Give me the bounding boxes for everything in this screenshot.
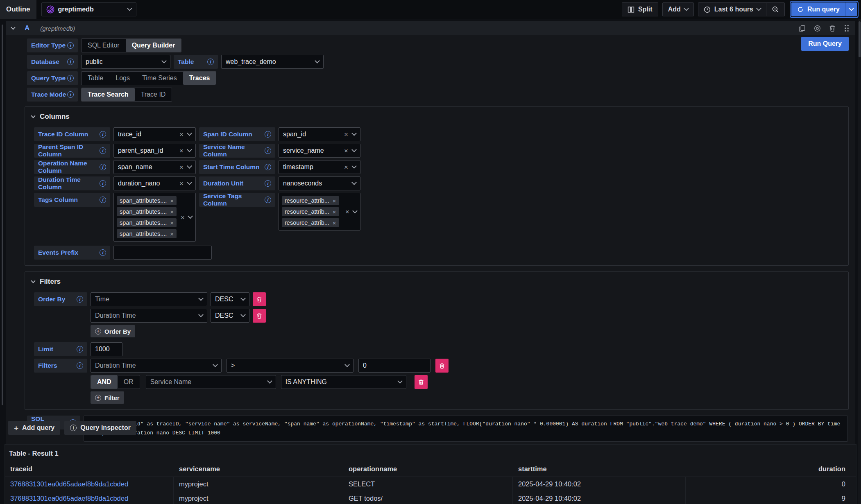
column-header-servicename[interactable]: servicename [174,465,343,473]
option-sql-editor[interactable]: SQL Editor [82,39,126,52]
duplicate-query-icon[interactable] [799,25,806,32]
limit-input[interactable] [91,342,122,356]
drag-handle-icon[interactable] [844,25,850,32]
info-icon[interactable]: i [265,147,271,154]
info-icon[interactable]: i [77,346,83,353]
remove-chip-icon[interactable]: × [333,209,336,215]
info-icon[interactable]: i [67,59,74,65]
service-tag-chip[interactable]: resource_attrib...× [282,196,339,205]
remove-chip-icon[interactable]: × [333,220,336,226]
query-inspector-button[interactable]: i Query inspector [64,421,136,435]
span-id-column-select[interactable]: span_id × [279,127,360,141]
filter-field-select[interactable]: Duration Time [91,359,222,373]
service-tag-chip[interactable]: resource_attrib...× [282,218,339,227]
option-and[interactable]: AND [91,375,118,389]
add-query-button[interactable]: + Add query [8,421,60,435]
clear-icon[interactable]: × [179,147,184,154]
left-scrollbar[interactable] [2,25,3,405]
collapse-icon[interactable] [31,278,35,283]
collapse-icon[interactable] [31,113,35,118]
scrollbar-thumb[interactable] [859,21,861,57]
info-icon[interactable]: i [77,362,83,369]
info-icon[interactable]: i [67,75,74,81]
column-header-starttime[interactable]: starttime [513,465,686,473]
order-by-direction-select[interactable]: DESC [211,309,249,323]
filters-section-header[interactable]: Filters [32,278,843,286]
service-tag-chip[interactable]: resource_attrib...× [282,207,339,216]
info-icon[interactable]: i [265,164,271,170]
hide-response-eye-icon[interactable] [814,25,821,32]
clear-icon[interactable]: × [179,131,184,138]
info-icon[interactable]: i [77,296,83,303]
tags-column-multiselect[interactable]: span_attributes....× span_attributes....… [113,193,196,242]
trace-id-link[interactable]: 3768831301ea0d65adaef8b9da1cbded [10,495,128,502]
clear-icon[interactable]: × [344,131,348,138]
info-icon[interactable]: i [67,42,74,49]
remove-query-trash-icon[interactable] [829,25,836,32]
order-by-field-select[interactable]: Duration Time [91,309,207,323]
tag-chip[interactable]: span_attributes....× [117,207,177,216]
zoom-out-time-button[interactable] [766,3,784,16]
remove-chip-icon[interactable]: × [170,209,174,215]
clear-icon[interactable]: × [344,164,348,171]
right-scrollbar[interactable] [858,19,861,504]
events-prefix-input[interactable] [113,246,212,260]
info-icon[interactable]: i [207,59,214,65]
option-table[interactable]: Table [82,72,109,85]
option-trace-search[interactable]: Trace Search [82,88,135,101]
add-button[interactable]: Add [662,2,694,16]
filter-operator-select[interactable]: > [227,359,353,373]
start-time-column-select[interactable]: timestamp × [279,160,360,174]
table-select[interactable]: web_trace_demo [221,55,324,69]
column-header-duration[interactable]: duration [686,465,856,473]
tag-chip[interactable]: span_attributes....× [117,218,177,227]
operation-name-column-select[interactable]: span_name × [113,160,196,174]
info-icon[interactable]: i [265,180,271,187]
columns-section-header[interactable]: Columns [32,113,843,121]
run-query-button[interactable]: Run query [791,2,845,16]
tag-chip[interactable]: span_attributes....× [117,229,177,238]
info-icon[interactable]: i [67,91,74,98]
add-order-by-button[interactable]: + Order By [91,325,135,337]
remove-chip-icon[interactable]: × [170,231,174,237]
option-or[interactable]: OR [118,375,140,389]
info-icon[interactable]: i [100,180,106,187]
collapse-icon[interactable] [11,25,15,29]
filter-operator-select[interactable]: IS ANYTHING [281,375,406,389]
outline-toggle[interactable]: Outline [0,0,36,19]
time-range-picker[interactable]: Last 6 hours [698,3,766,16]
clear-icon[interactable]: × [344,147,348,154]
info-icon[interactable]: i [100,131,106,138]
option-logs[interactable]: Logs [109,72,136,85]
clear-icon[interactable]: × [179,180,184,187]
info-icon[interactable]: i [100,197,106,203]
trace-id-link[interactable]: 3768831301ea0d65adaef8b9da1cbded [10,480,128,488]
option-trace-id[interactable]: Trace ID [135,88,172,101]
run-query-inner-button[interactable]: Run Query [801,37,849,51]
remove-chip-icon[interactable]: × [333,198,336,204]
column-header-operationname[interactable]: operationname [343,465,513,473]
info-icon[interactable]: i [100,249,106,256]
split-button[interactable]: Split [622,2,658,16]
remove-order-by-button[interactable] [253,309,266,323]
info-icon[interactable]: i [100,164,106,170]
query-row-header[interactable]: A (greptimedb) [6,21,855,35]
option-time-series[interactable]: Time Series [136,72,183,85]
option-traces[interactable]: Traces [183,72,216,85]
add-filter-button[interactable]: + Filter [91,391,124,404]
service-tags-column-multiselect[interactable]: resource_attrib...× resource_attrib...× … [279,193,360,231]
parent-span-id-column-select[interactable]: parent_span_id × [113,144,196,158]
trace-id-column-select[interactable]: trace_id × [113,127,196,141]
column-header-traceid[interactable]: traceid [5,465,174,473]
option-query-builder[interactable]: Query Builder [126,39,181,52]
service-name-column-select[interactable]: service_name × [279,144,360,158]
filter-value-input[interactable] [358,359,430,373]
info-icon[interactable]: i [265,131,271,138]
remove-filter-button[interactable] [415,375,428,389]
info-icon[interactable]: i [265,197,271,203]
duration-unit-select[interactable]: nanoseconds [279,176,360,190]
database-select[interactable]: public [81,55,170,69]
remove-order-by-button[interactable] [253,292,266,306]
clear-all-icon[interactable]: × [181,214,185,221]
remove-filter-button[interactable] [435,359,449,373]
